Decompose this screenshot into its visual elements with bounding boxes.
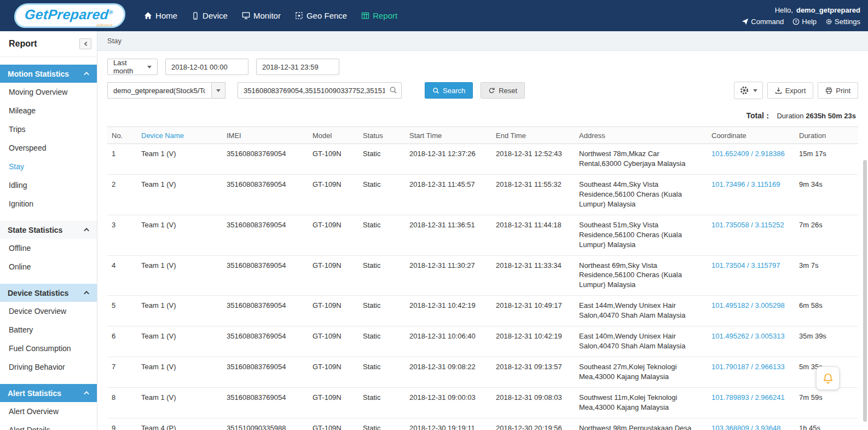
help-icon: ? [792, 18, 800, 25]
table-row: 5 Team 1 (V) 351608083769054 GT-109N Sta… [107, 296, 858, 326]
coordinate-link[interactable]: 101.73496 / 3.115169 [711, 180, 780, 188]
cell-end-time: 2018-12-31 11:33:34 [491, 255, 575, 296]
stay-table: No. Device Name IMEI Model Status Start … [107, 127, 858, 430]
sidebar-item-stay[interactable]: Stay [0, 157, 97, 176]
coordinate-link[interactable]: 101.73504 / 3.115797 [711, 261, 780, 270]
start-date-input[interactable] [165, 59, 248, 75]
breadcrumb: Stay [97, 31, 868, 51]
device-select[interactable]: demo_getprepared(Stock5/Tot... [107, 82, 211, 99]
sidebar-section-items: Device OverviewBatteryFuel ConsumptionDr… [0, 302, 97, 376]
sidebar-item-ignition[interactable]: Ignition [0, 194, 97, 213]
coordinate-link[interactable]: 101.495262 / 3.005313 [711, 332, 785, 340]
username[interactable]: demo_getprepared [796, 6, 860, 14]
table-row: 7 Team 1 (V) 351608083769054 GT-109N Sta… [107, 357, 858, 388]
cell-model: GT-109N [308, 387, 358, 418]
sidebar-item-idling[interactable]: Idling [0, 176, 97, 194]
sidebar-item-driving-behavior[interactable]: Driving Behavior [0, 358, 97, 376]
vertical-scrollbar[interactable] [863, 160, 867, 422]
cell-duration: 6m 58s [795, 296, 858, 326]
table-row: 4 Team 1 (V) 351608083769054 GT-109N Sta… [107, 255, 858, 296]
search-icon[interactable] [389, 86, 397, 94]
cell-imei: 351608083769054 [222, 174, 308, 215]
cell-address: Northwest 78m,Mkaz Car Rental,63000 Cybe… [575, 144, 707, 175]
cell-imei: 351608083769054 [222, 255, 308, 296]
cell-start-time: 2018-12-31 10:06:40 [405, 326, 491, 357]
sidebar-section-alert-statistics[interactable]: Alert Statistics [0, 384, 97, 402]
sidebar-item-alert-details[interactable]: Alert Details [0, 421, 97, 430]
cell-coordinate: 101.495262 / 3.005313 [707, 326, 795, 357]
notification-bell-button[interactable] [816, 366, 840, 390]
sidebar-item-device-overview[interactable]: Device Overview [0, 302, 97, 320]
cell-device-name: Team 1 (V) [137, 255, 222, 296]
nav-geo-fence[interactable]: Geo Fence [295, 11, 347, 20]
cell-start-time: 2018-12-31 11:36:51 [405, 215, 491, 255]
export-icon [775, 87, 782, 94]
sidebar-section-motion-statistics[interactable]: Motion Statistics [0, 65, 97, 83]
home-icon [144, 12, 152, 20]
help-link[interactable]: ? Help [792, 18, 817, 26]
print-button[interactable]: Print [818, 82, 858, 99]
chevron-up-icon [84, 291, 89, 296]
coordinate-link[interactable]: 101.789893 / 2.966241 [711, 393, 785, 402]
cell-coordinate: 101.495182 / 3.005298 [707, 296, 795, 326]
cell-duration: 7m 26s [795, 215, 858, 255]
date-range-select[interactable]: Last month [107, 59, 158, 75]
main-content: Stay Last month demo_getprepared(Stock5/… [97, 31, 868, 430]
col-device-name[interactable]: Device Name [137, 127, 222, 144]
sidebar-item-trips[interactable]: Trips [0, 120, 97, 139]
export-button[interactable]: Export [767, 82, 814, 99]
logo[interactable]: GetPrepared® 1130124-D [14, 3, 125, 28]
settings-link[interactable]: Settings [825, 18, 860, 26]
nav-report[interactable]: Report [361, 11, 397, 20]
stay-table-body: 1 Team 1 (V) 351608083769054 GT-109N Sta… [107, 144, 858, 430]
imei-search-input[interactable] [238, 82, 402, 99]
chevron-down-icon [147, 66, 152, 68]
coordinate-link[interactable]: 101.735058 / 3.115252 [711, 221, 784, 229]
sidebar-section-state-statistics[interactable]: State Statistics [0, 221, 97, 239]
nav-monitor[interactable]: Monitor [242, 11, 281, 20]
search-button[interactable]: Search [425, 82, 473, 99]
search-button-label: Search [443, 87, 465, 95]
sidebar-section-label: Alert Statistics [8, 389, 61, 398]
cell-no: 7 [107, 357, 137, 388]
sidebar-section-device-statistics[interactable]: Device Statistics [0, 284, 97, 302]
sidebar-item-offline[interactable]: Offline [0, 239, 97, 257]
cell-address: Northeast 69m,Sky Vista Residence,56100 … [575, 255, 707, 296]
command-link[interactable]: Command [742, 18, 784, 26]
col-end-time: End Time [491, 127, 575, 144]
cell-device-name: Team 4 (P) [137, 418, 222, 430]
search-icon [432, 87, 439, 94]
sidebar-item-fuel-consumption[interactable]: Fuel Consumption [0, 339, 97, 358]
cell-address: Southeast 51m,Sky Vista Residence,56100 … [575, 215, 707, 255]
cell-coordinate: 101.652409 / 2.918386 [707, 144, 795, 175]
reset-button[interactable]: Reset [481, 82, 525, 99]
coordinate-link[interactable]: 101.652409 / 2.918386 [711, 150, 785, 158]
sidebar-item-moving-overview[interactable]: Moving Overview [0, 83, 97, 101]
col-no: No. [107, 127, 137, 144]
nav-device[interactable]: Device [192, 11, 228, 20]
cell-duration: 15m 17s [795, 144, 858, 175]
column-settings-button[interactable] [734, 82, 763, 99]
report-icon [361, 12, 369, 20]
sidebar-item-overspeed[interactable]: Overspeed [0, 139, 97, 157]
coordinate-link[interactable]: 101.790187 / 2.966133 [711, 363, 785, 371]
coordinate-link[interactable]: 101.495182 / 3.005298 [711, 301, 785, 309]
cell-address: East 140m,Wendy Unisex Hair Salon,40470 … [575, 326, 707, 357]
cell-model: GT-109N [308, 296, 358, 326]
end-date-input[interactable] [256, 59, 339, 75]
cell-status: Static [358, 215, 405, 255]
cell-coordinate: 101.789893 / 2.966241 [707, 387, 795, 418]
sidebar-item-battery[interactable]: Battery [0, 320, 97, 339]
col-model: Model [308, 127, 358, 144]
sidebar-collapse-button[interactable] [79, 38, 91, 49]
device-select-drop-button[interactable] [211, 82, 225, 99]
nav-home[interactable]: Home [144, 11, 177, 20]
sidebar-item-mileage[interactable]: Mileage [0, 101, 97, 120]
coordinate-link[interactable]: 103.368809 / 3.93648 [711, 424, 781, 430]
sidebar-item-online[interactable]: Online [0, 257, 97, 276]
cell-address: Southwest 11m,Kolej Teknologi Mea,43000 … [575, 387, 707, 418]
sidebar-item-alert-overview[interactable]: Alert Overview [0, 402, 97, 421]
nav-report-label: Report [373, 11, 397, 20]
cell-end-time: 2018-12-31 09:13:57 [491, 357, 575, 388]
total-label: Total： [746, 111, 771, 120]
